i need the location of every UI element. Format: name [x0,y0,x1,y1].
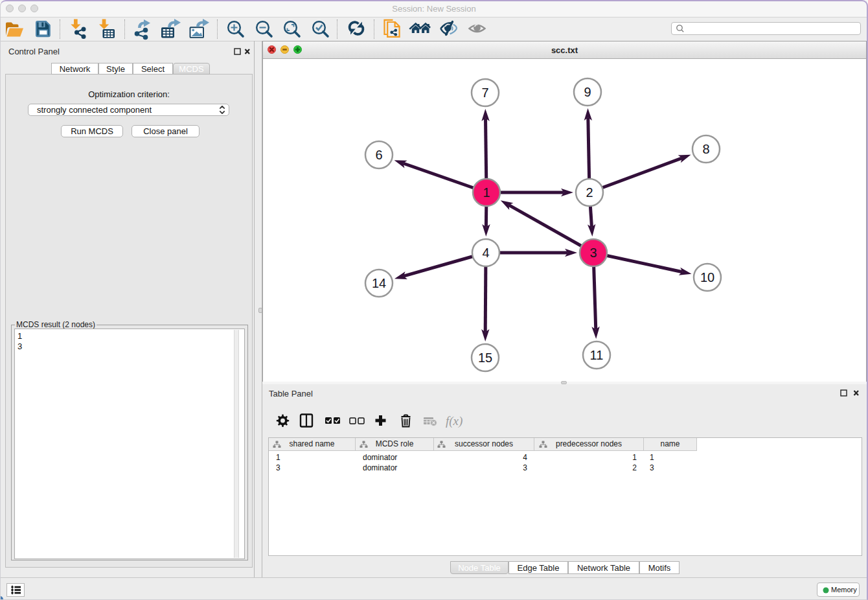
svg-text:14: 14 [372,276,386,290]
svg-text:8: 8 [702,142,709,156]
svg-text:10: 10 [700,270,714,284]
svg-text:f(x): f(x) [446,414,463,428]
svg-text:4: 4 [482,246,489,260]
svg-text:2: 2 [586,185,593,200]
svg-text:6: 6 [375,148,382,162]
svg-text:7: 7 [481,86,488,100]
svg-text:11: 11 [590,348,604,362]
svg-text:15: 15 [478,351,492,365]
svg-text:1: 1 [483,185,490,200]
svg-text:9: 9 [584,85,591,99]
svg-text:3: 3 [589,246,597,260]
